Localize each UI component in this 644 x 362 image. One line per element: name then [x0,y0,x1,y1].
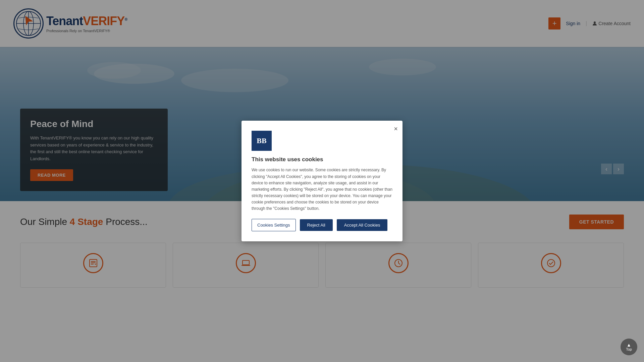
cookies-settings-button[interactable]: Cookies Settings [252,219,296,231]
modal-close-button[interactable]: × [394,125,398,132]
modal-title: This website uses cookies [252,156,392,163]
cookie-modal: BB × This website uses cookies We use co… [241,121,402,241]
modal-body: We use cookies to run our website. Some … [252,167,392,212]
top-label: Top [626,347,632,351]
chevron-up-icon: ▲ [627,343,631,347]
accept-all-cookies-button[interactable]: Accept All Cookies [337,219,388,231]
modal-logo: BB [252,131,272,151]
scroll-to-top-button[interactable]: ▲ Top [621,339,637,355]
modal-overlay: BB × This website uses cookies We use co… [0,0,644,362]
reject-all-button[interactable]: Reject All [300,219,333,231]
modal-actions: Cookies Settings Reject All Accept All C… [252,219,392,231]
